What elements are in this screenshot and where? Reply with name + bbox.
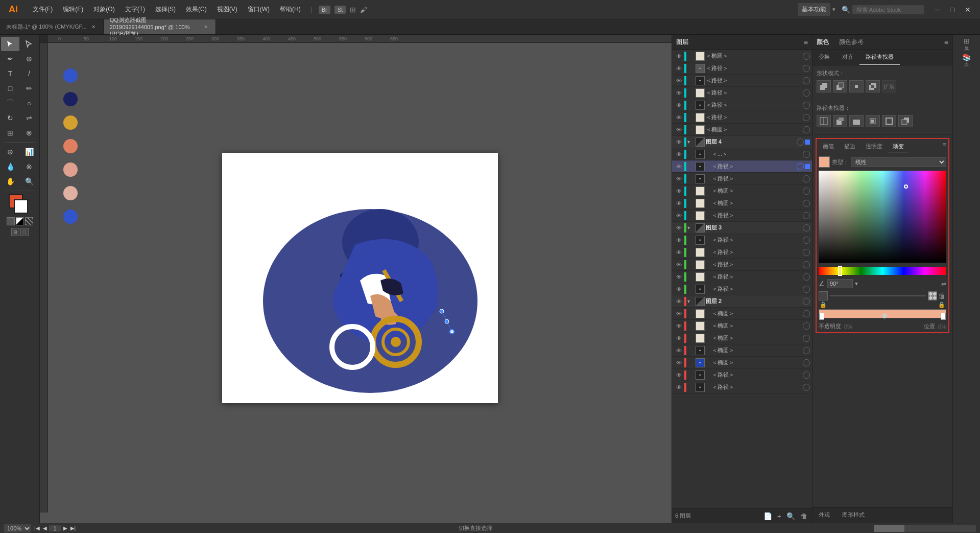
gradient-panel-menu[interactable]: ≡ (943, 141, 946, 152)
layer-item[interactable]: 👁 □ ＜椭圆＞ (672, 50, 812, 62)
tab-brush[interactable]: 画笔 (819, 141, 838, 152)
layer-visibility-eye[interactable]: 👁 (674, 65, 683, 72)
divide-btn[interactable] (817, 115, 831, 127)
layer-target-circle[interactable] (803, 335, 810, 342)
direct-select-tool[interactable] (20, 37, 38, 51)
scale-tool[interactable]: ⊞ (1, 126, 19, 140)
layer-expand-arrow[interactable]: ▾ (687, 225, 695, 230)
anchor-tool[interactable]: ⊕ (20, 52, 38, 66)
layer-target-circle[interactable] (803, 114, 810, 121)
layer-item[interactable]: 👁 ▪ ＜椭圆＞ (672, 344, 812, 357)
gradient-type-select[interactable]: 线性 (851, 157, 946, 167)
layer-target-circle[interactable] (803, 310, 810, 317)
layer-target-circle[interactable] (803, 126, 810, 133)
maximize-button[interactable]: □ (945, 0, 960, 19)
angle-dropdown[interactable]: ▾ (855, 280, 858, 287)
exclude-btn[interactable] (866, 80, 880, 92)
layer-target-circle[interactable] (803, 322, 810, 330)
intersect-btn[interactable] (849, 80, 864, 92)
layer-item[interactable]: 👁 ▪ ＜路径＞ (672, 369, 812, 381)
new-layer-btn[interactable]: + (776, 512, 783, 520)
layer-visibility-eye[interactable]: 👁 (674, 213, 683, 219)
outline-btn[interactable] (882, 115, 896, 127)
rotate-tool[interactable]: ↻ (1, 111, 19, 125)
layer-target-circle[interactable] (803, 89, 810, 97)
layer-visibility-eye[interactable]: 👁 (674, 311, 683, 317)
reverse-icon[interactable]: ⇌ (941, 280, 946, 287)
zoom-select[interactable]: 100% (4, 524, 31, 532)
apply-shape-btn[interactable]: 扩展 (882, 80, 896, 92)
workspace-dropdown[interactable]: ▾ (832, 6, 835, 13)
layers-list[interactable]: 👁 □ ＜椭圆＞ 👁 ▪ ＜路径＞ 👁 ▪ ＜路径＞ (672, 50, 812, 508)
layer-item[interactable]: 👁 ▪ ＜路径＞ (672, 283, 812, 295)
hand-tool[interactable]: ✋ (1, 174, 19, 189)
layer-visibility-eye[interactable]: 👁 (674, 262, 683, 268)
layer-item[interactable]: 👁 ▪ ＜椭圆＞ (672, 357, 812, 369)
layer-item[interactable]: 👁 ▪ ＜路径＞ (672, 62, 812, 75)
layer-visibility-eye[interactable]: 👁 (674, 114, 683, 121)
layer-visibility-eye[interactable]: 👁 (674, 53, 683, 59)
color-ref-title[interactable]: 颜色参考 (839, 38, 864, 47)
delete-layer-btn[interactable]: 🗑 (799, 512, 809, 520)
unite-btn[interactable] (817, 80, 831, 92)
stroke-swatch[interactable] (14, 199, 28, 214)
layer-item[interactable]: 👁 □ ＜椭圆＞ (672, 124, 812, 136)
menu-view[interactable]: 视图(V) (213, 3, 242, 16)
menu-edit[interactable]: 编辑(E) (59, 3, 87, 16)
layer-visibility-eye[interactable]: 👁 (674, 274, 683, 280)
menu-file[interactable]: 文件(F) (29, 3, 57, 16)
layer-target-circle[interactable] (803, 249, 810, 256)
layer-visibility-eye[interactable]: 👁 (674, 323, 683, 329)
layer-visibility-eye[interactable]: 👁 (674, 335, 683, 341)
color-mode-btn[interactable] (7, 217, 15, 225)
lock-left-icon[interactable]: 🔒 (820, 302, 827, 308)
hue-cursor[interactable] (838, 266, 842, 276)
tab-transform[interactable]: 变换 (812, 50, 836, 65)
layer-target-circle[interactable] (803, 384, 810, 391)
layer-item-selected[interactable]: 👁 ▪ ＜路径＞ (672, 160, 812, 173)
layers-menu-btn[interactable]: ≡ (804, 38, 808, 47)
layer-item[interactable]: 👁 □ ＜椭圆＞ (672, 185, 812, 197)
color-panel-menu-btn[interactable]: ≡ (944, 38, 948, 47)
layer-item[interactable]: 👁 □ ＜椭圆＞ (672, 308, 812, 320)
layer-visibility-eye[interactable]: 👁 (674, 102, 683, 108)
make-sublayer-btn[interactable]: 📄 (762, 512, 774, 520)
symbol-tool[interactable]: ⊕ (1, 145, 19, 159)
menu-select[interactable]: 选择(S) (151, 3, 180, 16)
layer-item[interactable]: 👁 ▪ ＜路径＞ (672, 99, 812, 111)
layer-visibility-eye[interactable]: 👁 (674, 139, 683, 145)
layer-group-3[interactable]: 👁 ▾ 图层 3 (672, 222, 812, 234)
line-tool[interactable]: / (20, 66, 38, 81)
next-page-btn[interactable]: ▶ (62, 525, 68, 531)
layer-visibility-eye[interactable]: 👁 (674, 298, 683, 305)
text-tool[interactable]: T (1, 66, 19, 81)
layer-visibility-eye[interactable]: 👁 (674, 90, 683, 96)
layer-target-circle[interactable] (803, 53, 810, 60)
tab-pathfinder[interactable]: 路径查找器 (859, 50, 900, 65)
layer-group-4[interactable]: 👁 ▾ 图层 4 (672, 136, 812, 148)
layer-target-circle[interactable] (803, 188, 810, 195)
layer-item[interactable]: 👁 □ ＜路径＞ (672, 271, 812, 283)
layer-visibility-eye[interactable]: 👁 (674, 127, 683, 133)
first-page-btn[interactable]: |◀ (33, 525, 41, 531)
menu-object[interactable]: 对象(O) (89, 3, 118, 16)
close-button[interactable]: ✕ (960, 0, 976, 19)
bridge-btn[interactable]: Br (319, 6, 330, 14)
layer-target-circle[interactable] (803, 224, 810, 231)
fill-stroke-area[interactable] (9, 194, 31, 215)
brush-tool[interactable]: ⌒ (1, 96, 19, 110)
prev-page-btn[interactable]: ◀ (42, 525, 48, 531)
layer-target-circle[interactable] (803, 65, 810, 72)
minus-back-btn[interactable] (898, 115, 913, 127)
crop-btn[interactable] (866, 115, 880, 127)
layer-expand-arrow[interactable]: ▾ (687, 139, 695, 145)
gradient-color-stop-1[interactable] (819, 291, 828, 300)
tab-graph-style[interactable]: 图形样式 (836, 508, 871, 523)
tab-qq[interactable]: QQ浏览器截图20190929144005.png* @ 100% (RGB/预… (104, 19, 216, 34)
layer-target-circle[interactable] (803, 151, 810, 158)
gradient-stop-handle-right[interactable] (941, 313, 946, 320)
gradient-midpoint-handle[interactable] (881, 313, 887, 318)
layer-visibility-eye[interactable]: 👁 (674, 360, 683, 366)
layer-target-circle[interactable] (803, 273, 810, 281)
menu-help[interactable]: 帮助(H) (276, 3, 305, 16)
